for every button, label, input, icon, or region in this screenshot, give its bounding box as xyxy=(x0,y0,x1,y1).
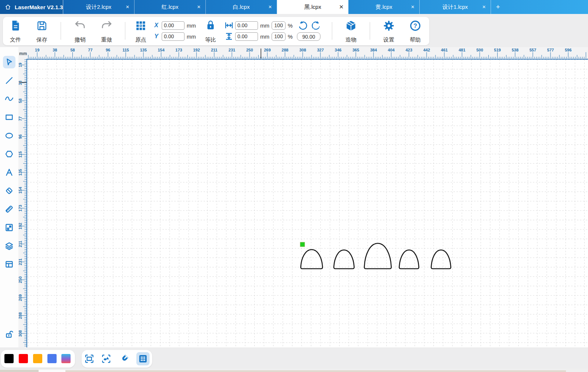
arch-shape[interactable] xyxy=(399,250,419,269)
color-swatch-3[interactable] xyxy=(33,354,42,363)
layers-icon xyxy=(5,242,14,250)
color-swatch-4[interactable] xyxy=(47,354,57,363)
help-button[interactable]: ? 帮助 xyxy=(405,20,426,43)
redo-label: 重做 xyxy=(101,36,112,43)
rectangle-tool[interactable] xyxy=(3,111,15,124)
polygon-tool[interactable] xyxy=(3,148,15,160)
svg-text:173: 173 xyxy=(175,48,182,52)
arch-shape[interactable] xyxy=(364,243,391,269)
svg-text:442: 442 xyxy=(423,48,430,52)
settings-button[interactable]: 设置 xyxy=(379,20,399,43)
svg-text:96: 96 xyxy=(106,48,110,52)
origin-button[interactable]: 原点 xyxy=(130,20,151,43)
tab-close-icon[interactable]: ✕ xyxy=(339,4,344,10)
hexagon-icon xyxy=(5,150,14,158)
width-percent-input[interactable] xyxy=(272,21,286,30)
svg-text:19: 19 xyxy=(35,48,39,52)
width-icon xyxy=(225,22,233,29)
rotate-ccw-button[interactable] xyxy=(298,21,308,32)
scrollbar-thumb[interactable] xyxy=(39,370,65,372)
origin-marker[interactable] xyxy=(300,242,305,247)
origin-label: 原点 xyxy=(135,36,146,43)
svg-text:115: 115 xyxy=(18,151,22,158)
fit-frame-button[interactable] xyxy=(83,352,96,365)
svg-text:557: 557 xyxy=(530,48,536,52)
tab-红.lcpx[interactable]: 红.lcpx✕ xyxy=(135,0,206,14)
svg-text:77: 77 xyxy=(88,48,93,52)
tab-黄.lcpx[interactable]: 黄.lcpx✕ xyxy=(348,0,420,14)
y-position-input[interactable] xyxy=(162,32,184,41)
select-tool[interactable] xyxy=(3,56,15,68)
help-label: 帮助 xyxy=(410,36,421,43)
save-button[interactable]: 保存 xyxy=(32,20,52,43)
svg-text:481: 481 xyxy=(459,48,465,52)
height-input[interactable] xyxy=(235,32,258,41)
app-title: LaserMaker V2.1.3 xyxy=(15,4,63,10)
rotation-angle-input[interactable] xyxy=(297,32,320,41)
y-label: Y xyxy=(154,33,159,40)
layout-icon xyxy=(5,260,14,269)
rotate-cw-button[interactable] xyxy=(311,21,321,32)
tab-设计1.lcpx[interactable]: 设计1.lcpx✕ xyxy=(420,0,491,14)
unlock-tool[interactable] xyxy=(3,328,15,340)
make-button[interactable]: 造物 xyxy=(341,20,361,43)
curve-tool[interactable] xyxy=(3,93,15,105)
x-position-input[interactable] xyxy=(162,21,184,30)
title-bar: LaserMaker V2.1.3 设计2.lcpx✕红.lcpx✕白.lcpx… xyxy=(0,0,588,14)
layout-tool[interactable] xyxy=(3,258,15,271)
new-tab-button[interactable]: + xyxy=(491,0,505,14)
arch-shape[interactable] xyxy=(301,250,322,269)
file-button[interactable]: 文件 xyxy=(5,20,26,43)
svg-text:?: ? xyxy=(413,22,417,29)
undo-button[interactable]: 撤销 xyxy=(70,20,90,43)
redo-icon xyxy=(101,20,112,31)
color-swatch-1[interactable] xyxy=(4,354,14,363)
tab-close-icon[interactable]: ✕ xyxy=(197,4,201,10)
tab-close-icon[interactable]: ✕ xyxy=(411,4,415,10)
image-tool[interactable] xyxy=(3,221,15,234)
width-input[interactable] xyxy=(235,21,258,30)
svg-text:231: 231 xyxy=(229,48,235,52)
scrollbar-segment[interactable] xyxy=(0,370,39,372)
eraser-tool[interactable] xyxy=(3,185,15,197)
svg-text:211: 211 xyxy=(18,241,22,247)
text-tool[interactable] xyxy=(3,166,15,179)
tab-黑.lcpx[interactable]: 黑.lcpx✕ xyxy=(277,0,348,14)
svg-text:461: 461 xyxy=(441,48,448,52)
redo-button[interactable]: 重做 xyxy=(96,20,117,43)
rotate-ccw-icon xyxy=(298,21,308,31)
grid-toggle-button[interactable] xyxy=(136,352,150,365)
arch-shape[interactable] xyxy=(431,250,451,269)
color-swatch-gradient[interactable] xyxy=(61,354,71,363)
height-row: mm % xyxy=(225,32,293,41)
tab-设计2.lcpx[interactable]: 设计2.lcpx✕ xyxy=(63,0,135,14)
tab-close-icon[interactable]: ✕ xyxy=(268,4,272,10)
layers-tool[interactable] xyxy=(3,240,15,252)
tab-白.lcpx[interactable]: 白.lcpx✕ xyxy=(206,0,277,14)
ellipse-tool[interactable] xyxy=(3,129,15,142)
lock-ratio-button[interactable]: 等比 xyxy=(200,20,221,43)
tab-close-icon[interactable]: ✕ xyxy=(482,4,486,10)
vertical-ruler-scale: 1938587796115135154173192211231250269288… xyxy=(18,59,26,347)
svg-text:404: 404 xyxy=(388,48,395,52)
color-swatch-2[interactable] xyxy=(19,354,28,363)
eraser-icon xyxy=(5,186,14,195)
arch-shape[interactable] xyxy=(334,250,354,269)
svg-text:154: 154 xyxy=(18,187,22,194)
design-canvas[interactable] xyxy=(26,59,588,347)
height-percent-input[interactable] xyxy=(272,32,286,41)
vertical-ruler: 1938587796115135154173192211231250269288… xyxy=(18,59,26,347)
tab-label: 黄.lcpx xyxy=(376,4,392,11)
select-all-button[interactable] xyxy=(100,352,113,365)
tab-label: 白.lcpx xyxy=(233,4,250,11)
svg-text:96: 96 xyxy=(18,134,22,139)
snap-magnet-button[interactable] xyxy=(118,352,131,365)
svg-text:250: 250 xyxy=(246,48,253,52)
tab-strip: 设计2.lcpx✕红.lcpx✕白.lcpx✕黑.lcpx✕黄.lcpx✕设计1… xyxy=(63,0,491,14)
svg-text:192: 192 xyxy=(18,223,22,229)
tab-close-icon[interactable]: ✕ xyxy=(126,4,129,10)
app-brand[interactable]: LaserMaker V2.1.3 xyxy=(0,0,63,14)
ruler-tool[interactable] xyxy=(3,203,15,215)
line-tool[interactable] xyxy=(3,74,15,87)
svg-text:211: 211 xyxy=(211,48,218,52)
